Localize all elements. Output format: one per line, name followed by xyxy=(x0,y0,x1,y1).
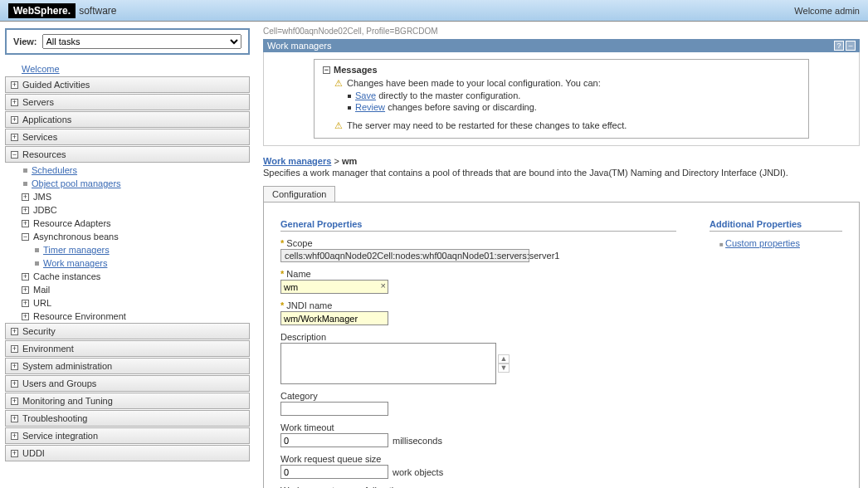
clear-icon[interactable]: × xyxy=(381,281,386,290)
page-description: Specifies a work manager that contains a… xyxy=(263,168,860,178)
brand-sub: software xyxy=(79,5,116,17)
expand-icon[interactable]: + xyxy=(11,380,18,388)
nav-guided-activities[interactable]: +Guided Activities xyxy=(5,76,250,93)
expand-icon[interactable]: + xyxy=(11,415,18,422)
expand-icon[interactable]: + xyxy=(11,432,18,440)
expand-icon[interactable]: + xyxy=(22,193,29,201)
scope-label: Scope xyxy=(280,238,676,248)
description-label: Description xyxy=(280,332,676,342)
collapse-icon[interactable]: − xyxy=(11,151,18,159)
expand-icon[interactable]: + xyxy=(11,328,18,335)
expand-icon[interactable]: + xyxy=(11,116,18,124)
nav-security[interactable]: +Security xyxy=(5,323,250,339)
name-input[interactable] xyxy=(280,280,388,294)
expand-icon[interactable]: + xyxy=(11,81,18,89)
tree-resource-adapters[interactable]: +Resource Adapters xyxy=(5,217,250,230)
nav-monitoring[interactable]: +Monitoring and Tuning xyxy=(5,393,250,409)
expand-icon[interactable]: + xyxy=(11,345,18,353)
view-label: View: xyxy=(13,37,37,46)
collapse-icon[interactable]: − xyxy=(323,66,330,74)
panel-title-bar: Work managers ? – xyxy=(263,39,860,52)
tree-jdbc[interactable]: +JDBC xyxy=(5,203,250,217)
breadcrumb-link[interactable]: Work managers xyxy=(263,156,331,166)
jndi-label: JNDI name xyxy=(280,300,676,310)
nav-users-groups[interactable]: +Users and Groups xyxy=(5,375,250,392)
scroll-down-icon[interactable]: ▼ xyxy=(498,364,510,373)
expand-icon[interactable]: + xyxy=(22,313,29,320)
view-select[interactable]: All tasks xyxy=(42,34,241,49)
expand-icon[interactable]: + xyxy=(11,99,18,106)
header-bar: WebSphere. software Welcome admin xyxy=(0,0,868,22)
tree-url[interactable]: +URL xyxy=(5,296,250,310)
expand-icon[interactable]: + xyxy=(22,207,29,214)
minimize-icon[interactable]: – xyxy=(846,41,856,51)
tree-resource-env[interactable]: +Resource Environment xyxy=(5,310,250,323)
expand-icon[interactable]: + xyxy=(11,363,18,370)
expand-icon[interactable]: + xyxy=(22,300,29,307)
scroll-up-icon[interactable]: ▲ xyxy=(498,354,510,364)
scope-value: cells:whf00aqnNode02Cell:nodes:whf00aqnN… xyxy=(280,249,529,262)
name-label: Name xyxy=(280,269,676,279)
expand-icon[interactable]: + xyxy=(11,450,18,457)
nav-resources[interactable]: −Resources xyxy=(5,146,250,163)
expand-icon[interactable]: + xyxy=(11,398,18,405)
nav-troubleshooting[interactable]: +Troubleshooting xyxy=(5,410,250,427)
work-timeout-label: Work timeout xyxy=(280,422,676,432)
work-request-queue-size-unit: work objects xyxy=(393,467,443,477)
tree-work-managers[interactable]: Work managers xyxy=(5,256,250,270)
config-body: General Properties Scope cells:whf00aqnN… xyxy=(263,202,860,488)
tree-object-pool[interactable]: Object pool managers xyxy=(5,177,250,190)
nav-servers[interactable]: +Servers xyxy=(5,94,250,110)
context-info: Cell=whf00aqnNode02Cell, Profile=BGRCDOM xyxy=(263,25,860,39)
work-timeout-input[interactable] xyxy=(280,433,388,447)
panel-title-text: Work managers xyxy=(267,41,331,51)
category-label: Category xyxy=(280,391,676,401)
messages-header: Messages xyxy=(334,65,378,75)
work-request-queue-size-input[interactable] xyxy=(280,465,388,479)
tree-jms[interactable]: +JMS xyxy=(5,190,250,203)
nav-applications[interactable]: +Applications xyxy=(5,111,250,128)
view-selector-box: View: All tasks xyxy=(5,28,250,55)
save-rest: directly to the master configuration. xyxy=(376,90,520,100)
expand-icon[interactable]: + xyxy=(22,273,29,281)
warning-icon: ⚠ xyxy=(334,120,343,131)
custom-properties-link[interactable]: Custom properties xyxy=(725,238,800,248)
nav-environment[interactable]: +Environment xyxy=(5,340,250,357)
brand: WebSphere. software xyxy=(8,3,117,18)
warning-icon: ⚠ xyxy=(334,78,343,89)
bullet-icon xyxy=(348,95,351,98)
msg-changes: Changes have been made to your local con… xyxy=(347,78,601,88)
brand-logo: WebSphere. xyxy=(8,3,76,18)
bullet-icon xyxy=(348,106,351,110)
review-link[interactable]: Review xyxy=(355,102,385,112)
expand-icon[interactable]: + xyxy=(11,134,18,141)
left-nav: View: All tasks Welcome +Guided Activiti… xyxy=(0,22,255,488)
review-rest: changes before saving or discarding. xyxy=(385,102,537,112)
collapse-icon[interactable]: − xyxy=(22,233,29,241)
tab-configuration[interactable]: Configuration xyxy=(263,186,335,202)
nav-service-integration[interactable]: +Service integration xyxy=(5,427,250,444)
help-icon[interactable]: ? xyxy=(834,41,844,51)
nav-uddi[interactable]: +UDDI xyxy=(5,445,250,461)
jndi-input[interactable] xyxy=(280,311,388,325)
breadcrumb-current: wm xyxy=(342,156,357,166)
additional-properties-title: Additional Properties xyxy=(710,219,842,232)
msg-restart: The server may need to be restarted for … xyxy=(347,120,627,130)
description-input[interactable] xyxy=(280,343,496,384)
tree-timer-managers[interactable]: Timer managers xyxy=(5,243,250,256)
work-request-queue-size-label: Work request queue size xyxy=(280,454,676,464)
nav-welcome[interactable]: Welcome xyxy=(5,61,250,76)
save-link[interactable]: Save xyxy=(355,90,376,100)
expand-icon[interactable]: + xyxy=(22,286,29,294)
tree-cache-instances[interactable]: +Cache instances xyxy=(5,270,250,283)
expand-icon[interactable]: + xyxy=(22,220,29,227)
resources-tree: Schedulers Object pool managers +JMS +JD… xyxy=(5,163,250,323)
breadcrumb: Work managers > wm xyxy=(263,156,860,166)
tree-mail[interactable]: +Mail xyxy=(5,283,250,296)
nav-system-administration[interactable]: +System administration xyxy=(5,358,250,374)
panel-body: −Messages ⚠Changes have been made to you… xyxy=(263,52,860,146)
category-input[interactable] xyxy=(280,402,388,416)
tree-schedulers[interactable]: Schedulers xyxy=(5,163,250,177)
nav-services[interactable]: +Services xyxy=(5,129,250,145)
tree-async-beans[interactable]: −Asynchronous beans xyxy=(5,230,250,243)
